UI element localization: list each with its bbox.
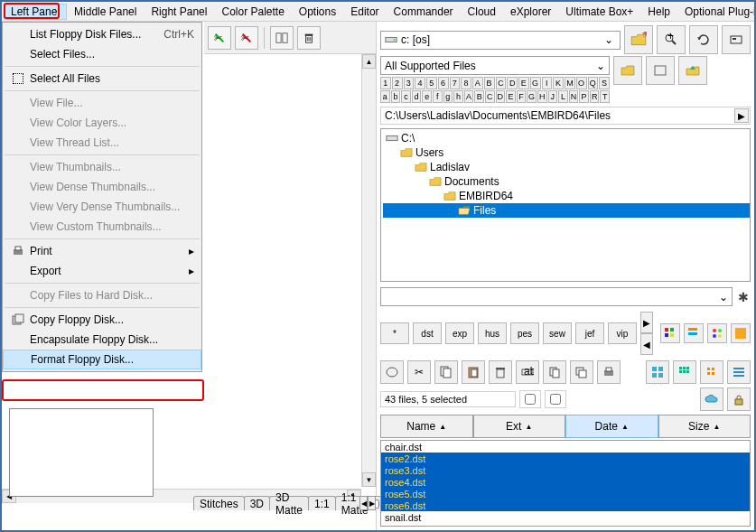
alpha-cell[interactable]: h xyxy=(453,90,463,103)
file-list[interactable]: chair.dstrose2.dstrose3.dstrose4.dstrose… xyxy=(380,440,751,527)
alpha-cell[interactable]: f xyxy=(433,90,443,103)
alpha-cell[interactable]: G xyxy=(527,90,537,103)
alpha-cell[interactable]: O xyxy=(576,77,587,89)
color-btn-4[interactable] xyxy=(731,323,751,343)
alpha-cell[interactable]: b xyxy=(391,90,401,103)
tab-1-1[interactable]: 1:1 xyxy=(308,496,336,510)
search-input[interactable]: ⌄ xyxy=(380,287,733,306)
tab-stitches[interactable]: Stitches xyxy=(193,496,245,510)
tree-node[interactable]: Ladislav xyxy=(383,160,748,174)
view-lock[interactable] xyxy=(727,387,751,411)
file-row[interactable]: chair.dst xyxy=(381,441,750,453)
act-view2[interactable] xyxy=(673,360,696,384)
status-check-2[interactable] xyxy=(545,390,566,408)
act-view1[interactable] xyxy=(646,360,669,384)
tab-3d[interactable]: 3D xyxy=(244,496,270,510)
alpha-cell[interactable]: c xyxy=(401,90,411,103)
alpha-cell[interactable]: S xyxy=(599,77,610,89)
alpha-cell[interactable]: I xyxy=(542,77,553,89)
alpha-cell[interactable]: d xyxy=(412,90,422,103)
act-copy2[interactable] xyxy=(543,360,566,384)
tool-properties[interactable] xyxy=(270,26,294,50)
file-row[interactable]: rose2.dst xyxy=(381,453,750,464)
alpha-cell[interactable]: D xyxy=(507,77,518,89)
ext-jef[interactable]: jef xyxy=(575,322,604,344)
alpha-cell[interactable]: 2 xyxy=(392,77,403,89)
act-delete[interactable] xyxy=(489,360,512,384)
status-check-1[interactable] xyxy=(519,390,541,408)
ext-dst[interactable]: dst xyxy=(413,322,442,344)
alpha-cell[interactable]: 4 xyxy=(415,77,425,89)
tool-scissors-red[interactable]: ✂ xyxy=(235,26,258,50)
file-filter[interactable]: All Supported Files ⌄ xyxy=(380,56,610,75)
menu-item[interactable]: Select Files... xyxy=(3,44,201,64)
menu-item[interactable]: Copy Floppy Disk... xyxy=(3,310,201,330)
tabs-scroll-right[interactable]: ▶ xyxy=(368,496,376,510)
alpha-cell[interactable]: g xyxy=(443,90,453,103)
path-go-icon[interactable]: ▶ xyxy=(734,108,749,123)
header-date[interactable]: Date▲ xyxy=(565,415,658,438)
act-view4[interactable] xyxy=(727,360,751,384)
act-print[interactable] xyxy=(597,360,621,384)
act-stack[interactable] xyxy=(570,360,593,384)
tree-node[interactable]: EMBIRD64 xyxy=(383,189,748,203)
alpha-cell[interactable]: P xyxy=(579,90,589,103)
alpha-cell[interactable]: Q xyxy=(588,77,599,89)
ext-scroll-right[interactable]: ▶ xyxy=(640,312,653,333)
alpha-cell[interactable]: a xyxy=(380,90,390,103)
act-paste[interactable] xyxy=(462,360,485,384)
btn-new-folder[interactable]: ✦ xyxy=(624,25,653,54)
tree-node[interactable]: Files xyxy=(383,203,750,218)
alpha-cell[interactable]: E xyxy=(518,77,529,89)
menu-middle-panel[interactable]: Middle Panel xyxy=(67,4,144,20)
alpha-cell[interactable]: C xyxy=(496,77,507,89)
alpha-cell[interactable]: A xyxy=(472,77,483,89)
header-name[interactable]: Name▲ xyxy=(380,415,473,438)
alpha-cell[interactable]: B xyxy=(474,90,484,103)
file-row[interactable]: rose6.dst xyxy=(381,499,750,511)
alpha-cell[interactable]: R xyxy=(590,90,600,103)
color-btn-1[interactable] xyxy=(660,323,680,343)
tool-scissors-green[interactable]: ✂ xyxy=(208,26,231,50)
view-cloud[interactable] xyxy=(700,387,723,411)
act-cut[interactable]: ✂ xyxy=(407,360,431,384)
color-btn-2[interactable] xyxy=(684,323,704,343)
ext-pes[interactable]: pes xyxy=(510,322,539,344)
alpha-cell[interactable]: F xyxy=(517,90,527,103)
header-size[interactable]: Size▲ xyxy=(658,415,751,438)
alpha-cell[interactable]: G xyxy=(530,77,541,89)
path-bar[interactable]: C:\Users\Ladislav\Documents\EMBIRD64\Fil… xyxy=(380,107,751,125)
menu-optional-plugins[interactable]: Optional Plug-ins xyxy=(677,4,756,20)
alpha-cell[interactable]: N xyxy=(569,90,579,103)
tree-node[interactable]: Documents xyxy=(383,174,748,189)
btn-folder-1[interactable] xyxy=(613,56,642,85)
alpha-cell[interactable]: 6 xyxy=(438,77,449,89)
menu-options[interactable]: Options xyxy=(292,4,343,20)
tool-delete[interactable] xyxy=(297,26,321,50)
alpha-cell[interactable]: B xyxy=(484,77,495,89)
search-star-icon[interactable]: ✱ xyxy=(736,290,751,304)
alpha-cell[interactable]: E xyxy=(506,90,516,103)
ext-exp[interactable]: exp xyxy=(445,322,474,344)
act-rename[interactable]: ab xyxy=(516,360,539,384)
alpha-cell[interactable]: 8 xyxy=(461,77,471,89)
menu-help[interactable]: Help xyxy=(640,4,677,20)
menu-item[interactable]: Export▸ xyxy=(3,261,201,281)
menu-item[interactable]: Print▸ xyxy=(3,241,201,261)
alpha-cell[interactable]: 5 xyxy=(426,77,437,89)
menu-left-panel[interactable]: Left Panel xyxy=(4,4,67,20)
tab-3d-matte[interactable]: 3D Matte xyxy=(269,496,309,510)
file-row[interactable]: rose4.dst xyxy=(381,476,750,488)
tabs-scroll-left[interactable]: ◀ xyxy=(359,496,368,510)
alpha-cell[interactable]: A xyxy=(464,90,474,103)
ext-scroll-left[interactable]: ◀ xyxy=(640,333,653,355)
alpha-cell[interactable]: e xyxy=(422,90,432,103)
file-row[interactable]: rose3.dst xyxy=(381,464,750,476)
menu-item[interactable]: Encapsulate Floppy Disk... xyxy=(3,330,201,350)
alpha-cell[interactable]: T xyxy=(600,90,610,103)
menu-item[interactable]: Select All Files xyxy=(3,69,201,89)
alpha-cell[interactable]: L xyxy=(558,90,568,103)
alpha-cell[interactable]: K xyxy=(553,77,564,89)
alpha-cell[interactable]: D xyxy=(496,90,506,103)
act-view3[interactable] xyxy=(700,360,723,384)
